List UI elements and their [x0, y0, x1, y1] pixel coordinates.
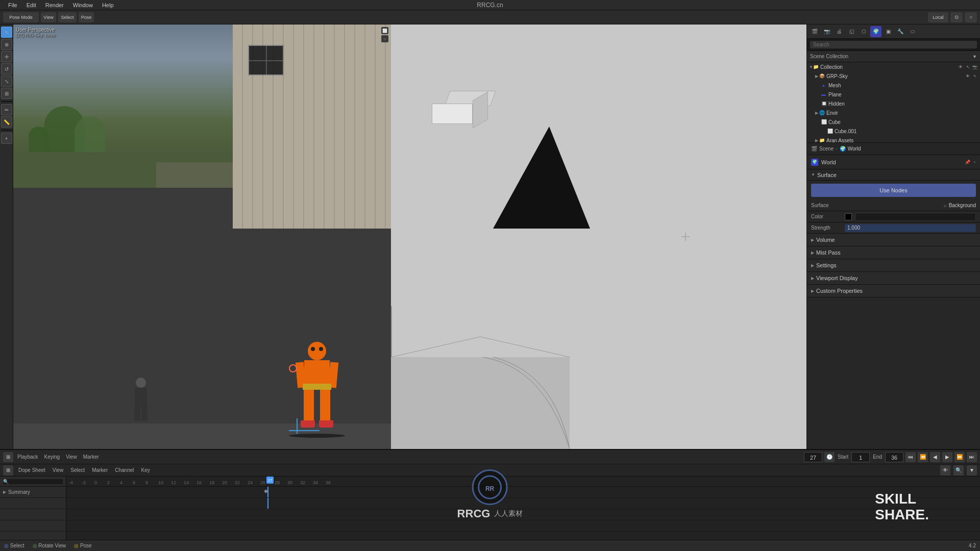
settings-header[interactable]: ▶ Settings [807, 259, 980, 271]
volume-header[interactable]: ▶ Volume [807, 234, 980, 246]
step-back-btn[interactable]: ⏪ [918, 452, 928, 462]
tree-vis-btn-2[interactable]: 👁 [965, 73, 971, 79]
viewport-icon-1[interactable]: ⬜ [381, 27, 388, 34]
props-icon-render[interactable]: 📷 [821, 26, 832, 37]
rotate-tool[interactable]: ↺ [1, 63, 12, 74]
tl-view-menu[interactable]: View [64, 453, 79, 461]
props-icon-output[interactable]: 🖨 [834, 26, 845, 37]
props-icon-material[interactable]: ⬭ [907, 26, 918, 37]
menu-edit[interactable]: Edit [22, 1, 40, 9]
tl-summary-icon[interactable]: ⊞ [3, 452, 13, 462]
menu-render[interactable]: Render [41, 1, 68, 9]
mist-pass-header[interactable]: ▶ Mist Pass [807, 246, 980, 259]
view-btn[interactable]: View [41, 12, 56, 22]
menu-help[interactable]: Help [98, 1, 118, 9]
dope-track-3[interactable] [66, 520, 980, 531]
mode-selector[interactable]: Pose Mode [3, 12, 39, 22]
svg-line-2 [480, 337, 570, 357]
props-search-input[interactable] [810, 41, 977, 48]
world-pin-icon[interactable]: 📌 [965, 160, 970, 165]
cursor-tool[interactable]: ⊕ [1, 39, 12, 50]
props-icon-view-layer[interactable]: ◱ [846, 26, 857, 37]
properties-panel: 🎬 📷 🖨 ◱ ⬡ 🌍 ▣ 🔧 ⬭ Scene Collection ▼ ▼ 📁… [806, 24, 980, 449]
tl-marker-menu[interactable]: Marker [81, 453, 101, 461]
dope-track-2[interactable] [66, 509, 980, 520]
tick-34: 34 [313, 480, 318, 485]
tree-item-plane[interactable]: ▬ Plane [807, 90, 980, 99]
use-nodes-button[interactable]: Use Nodes [811, 184, 976, 197]
tree-render-btn[interactable]: 📷 [972, 64, 978, 70]
tree-item-envir[interactable]: ▶ 🌐 Envir [807, 108, 980, 117]
dope-filter-1[interactable]: 👁 [940, 465, 950, 475]
dope-filter-2[interactable]: 🔍 [953, 465, 964, 475]
transform-tool[interactable]: ⊞ [1, 88, 12, 99]
dope-channel-menu[interactable]: Channel [113, 466, 136, 474]
proportional-btn[interactable]: ○ [965, 12, 977, 22]
viewport-left[interactable]: User Perspective (27) RIG-Sky: torso [13, 24, 391, 449]
strength-value-field[interactable]: 1.000 [845, 224, 976, 232]
dope-marker-menu[interactable]: Marker [90, 466, 110, 474]
char-leg-left [304, 390, 314, 420]
play-btn[interactable]: ▶ [942, 452, 952, 462]
viewport-icon-2[interactable]: ○ [381, 35, 388, 42]
jump-start-btn[interactable]: ⏮ [905, 452, 916, 462]
world-new-icon[interactable]: + [973, 160, 976, 165]
tree-item-grp-sky[interactable]: ▶ 📦 GRP-Sky 👁 ↖ [807, 71, 980, 81]
menu-window[interactable]: Window [69, 1, 97, 9]
start-frame-display[interactable]: 1 [851, 452, 870, 462]
pose-btn[interactable]: Pose [79, 12, 94, 22]
props-icon-scene[interactable]: 🎬 [809, 26, 820, 37]
scale-tool[interactable]: ⤡ [1, 76, 12, 87]
dope-track-1[interactable] [66, 498, 980, 509]
color-value-field[interactable] [855, 213, 976, 221]
dope-summary-track[interactable] [66, 487, 980, 497]
outliner-filter-icon[interactable]: ▼ [972, 54, 977, 59]
step-fwd-btn[interactable]: ⏩ [954, 452, 965, 462]
app-title: RRCG.cn [477, 2, 503, 9]
tree-item-mesh[interactable]: ▲ Mesh [807, 81, 980, 90]
dope-empty-row-3 [0, 520, 980, 532]
custom-properties-header[interactable]: ▶ Custom Properties [807, 285, 980, 297]
breadcrumb-scene[interactable]: Scene [819, 146, 834, 152]
play-back-btn[interactable]: ◀ [930, 452, 940, 462]
measure-tool[interactable]: 📏 [1, 116, 12, 128]
tree-item-cube001[interactable]: ⬜ Cube.001 [807, 127, 980, 136]
current-frame-display[interactable]: 27 [804, 452, 822, 462]
jump-end-btn[interactable]: ⏭ [967, 452, 977, 462]
add-tool[interactable]: + [1, 133, 12, 144]
char-shadow [289, 434, 345, 438]
dope-view-menu[interactable]: View [51, 466, 66, 474]
tree-vis-btn[interactable]: 👁 [958, 64, 964, 70]
surface-section-header[interactable]: ▼ Surface [807, 169, 980, 181]
viewport-display-header[interactable]: ▶ Viewport Display [807, 272, 980, 284]
end-frame-display[interactable]: 36 [885, 452, 903, 462]
tl-playback-menu[interactable]: Playback [15, 453, 40, 461]
tl-keying-menu[interactable]: Keying [42, 453, 62, 461]
breadcrumb-world: World [848, 146, 861, 152]
props-icon-modifier[interactable]: 🔧 [895, 26, 906, 37]
tree-item-aran-assets[interactable]: ▶ 📁 Aran Assets [807, 136, 980, 143]
select-tool[interactable]: ↖ [1, 27, 12, 38]
dope-key-menu[interactable]: Key [139, 466, 152, 474]
tree-item-hidden[interactable]: 🔲 Hidden [807, 99, 980, 108]
transform-mode[interactable]: Local [928, 12, 948, 22]
props-icon-world[interactable]: 🌍 [870, 26, 881, 37]
skillshare-line2: SHARE. [875, 507, 929, 523]
menu-file[interactable]: File [4, 1, 21, 9]
annotate-tool[interactable]: ✏ [1, 104, 12, 115]
tree-item-cube[interactable]: ⬜ Cube [807, 117, 980, 127]
move-tool[interactable]: ✛ [1, 51, 12, 62]
dope-search-input[interactable] [3, 479, 63, 484]
dope-select-menu[interactable]: Select [68, 466, 87, 474]
dope-key-dot [264, 490, 267, 493]
props-icon-scene2[interactable]: ⬡ [858, 26, 869, 37]
dope-filter-3[interactable]: ▼ [967, 465, 977, 475]
tree-sel-btn-2[interactable]: ↖ [972, 73, 978, 79]
dope-summary-icon[interactable]: ⊞ [3, 465, 13, 475]
tree-sel-btn[interactable]: ↖ [965, 64, 971, 70]
snap-btn[interactable]: ⊙ [950, 12, 963, 22]
tree-item-collection[interactable]: ▼ 📁 Collection 👁 ↖ 📷 [807, 62, 980, 71]
props-icon-object[interactable]: ▣ [883, 26, 894, 37]
select-btn[interactable]: Select [58, 12, 77, 22]
color-swatch[interactable] [845, 213, 852, 220]
